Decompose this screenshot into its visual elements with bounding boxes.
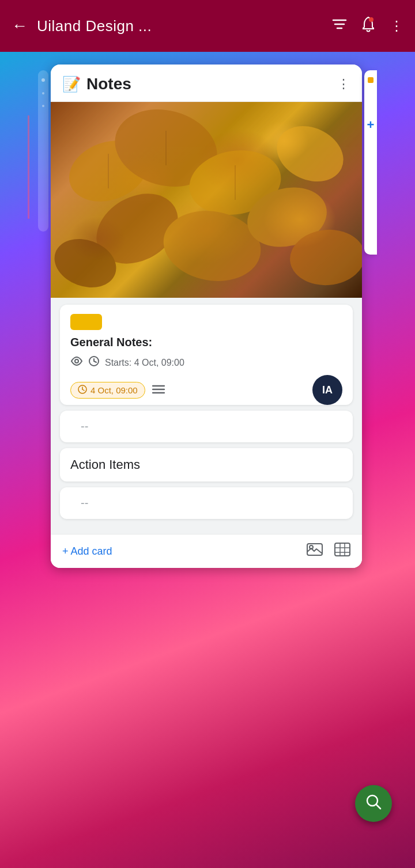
card-header: 📝 Notes ⋮ [51, 65, 362, 102]
main-area: 📝 Notes ⋮ [0, 52, 415, 591]
action-items-card[interactable]: Action Items [60, 448, 353, 482]
dash-text-1: -- [70, 410, 99, 443]
eye-icon [70, 357, 83, 369]
bell-icon[interactable] [361, 16, 376, 36]
grid-view-icon[interactable] [334, 543, 350, 560]
main-note-item[interactable]: General Notes: [60, 305, 353, 405]
date-badge-text: 4 Oct, 09:00 [90, 385, 138, 395]
date-badge[interactable]: 4 Oct, 09:00 [70, 382, 145, 399]
card-title: Notes [86, 75, 131, 93]
hero-image [51, 102, 362, 298]
dash-card-2[interactable]: -- [60, 487, 353, 519]
avatar: IA [312, 375, 342, 405]
back-button[interactable]: ← [12, 17, 28, 35]
add-card-button[interactable]: + Add card [62, 545, 112, 558]
svg-point-16 [75, 359, 78, 363]
notes-icon: 📝 [62, 75, 81, 93]
right-partial-card: + [364, 70, 377, 255]
date-clock-icon [78, 385, 87, 396]
card-header-left: 📝 Notes [62, 75, 131, 93]
partial-dot [368, 77, 373, 83]
partial-plus[interactable]: + [367, 117, 375, 132]
topbar-title: Uiland Design ... [37, 17, 323, 35]
dash-card-1[interactable]: -- [60, 411, 353, 442]
dash-text-2: -- [70, 486, 99, 520]
note-bottom-row: 4 Oct, 09:00 IA [70, 375, 342, 405]
footer-icons [307, 543, 350, 560]
svg-rect-28 [335, 543, 350, 556]
hamburger-icon[interactable] [152, 382, 165, 397]
leaf-svg [51, 102, 362, 298]
card-footer: + Add card [51, 534, 362, 568]
card-content: General Notes: [51, 298, 362, 534]
more-options-icon[interactable]: ⋮ [390, 18, 403, 34]
topbar: ← Uiland Design ... ⋮ [0, 0, 415, 52]
svg-point-3 [369, 17, 373, 22]
svg-line-22 [82, 389, 84, 391]
start-time-text: Starts: 4 Oct, 09:00 [105, 358, 184, 368]
note-meta-visibility: Starts: 4 Oct, 09:00 [70, 356, 342, 369]
clock-icon [89, 356, 99, 369]
left-partial-card [38, 70, 48, 232]
svg-line-19 [94, 361, 96, 362]
filter-icon[interactable] [332, 18, 347, 34]
image-insert-icon[interactable] [307, 543, 323, 560]
card-more-button[interactable]: ⋮ [337, 77, 350, 92]
fab-search-icon [365, 794, 382, 814]
right-partial-card-inner: + [364, 70, 377, 255]
notes-card: 📝 Notes ⋮ [51, 65, 362, 568]
topbar-icons: ⋮ [332, 16, 403, 36]
action-items-label: Action Items [70, 457, 140, 472]
color-badge [70, 314, 102, 330]
fab-search-button[interactable] [355, 785, 392, 822]
note-title: General Notes: [70, 336, 342, 349]
svg-line-34 [376, 805, 380, 809]
